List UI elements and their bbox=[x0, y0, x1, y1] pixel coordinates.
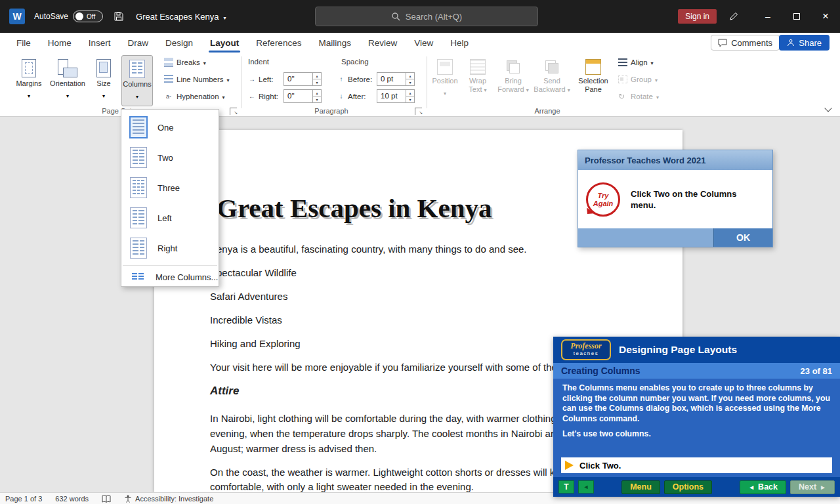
columns-menu-item-left[interactable]: Left bbox=[121, 203, 219, 233]
spin-down-button[interactable] bbox=[313, 96, 321, 102]
doc-line[interactable]: On the coast, the weather is warmer. Lig… bbox=[210, 467, 555, 478]
toggle-knob-icon bbox=[75, 12, 83, 20]
tab-view[interactable]: View bbox=[406, 33, 442, 52]
chevron-down-icon bbox=[656, 93, 659, 100]
maximize-button[interactable] bbox=[782, 0, 811, 33]
comments-button[interactable]: Comments bbox=[711, 35, 780, 51]
word-count[interactable]: 632 words bbox=[55, 495, 89, 503]
doc-line[interactable]: comfortable, with only a light sweater n… bbox=[210, 481, 474, 492]
minimize-button[interactable] bbox=[753, 0, 782, 33]
tab-mailings[interactable]: Mailings bbox=[310, 33, 360, 52]
indent-left-icon: → bbox=[248, 75, 256, 83]
maximize-icon bbox=[793, 13, 800, 20]
spin-down-button[interactable] bbox=[406, 96, 414, 102]
ok-button[interactable]: OK bbox=[713, 228, 772, 247]
indent-right-row: ← Right: 0" bbox=[248, 89, 322, 103]
doc-title-text[interactable]: Great Escapes in Kenya bbox=[217, 192, 492, 224]
tab-design[interactable]: Design bbox=[157, 33, 201, 52]
accessibility-status[interactable]: Accessibility: Investigate bbox=[124, 495, 213, 503]
tab-insert[interactable]: Insert bbox=[80, 33, 119, 52]
menu-button[interactable]: Menu bbox=[621, 480, 660, 494]
search-input[interactable]: Search (Alt+Q) bbox=[315, 7, 538, 26]
spacing-label: Spacing bbox=[341, 58, 369, 66]
lesson-progress: 23 of 81 bbox=[801, 366, 832, 376]
tab-home[interactable]: Home bbox=[39, 33, 80, 52]
tab-references[interactable]: References bbox=[247, 33, 310, 52]
spin-up-button[interactable] bbox=[313, 90, 321, 96]
autosave-toggle[interactable]: Off bbox=[73, 10, 103, 22]
selection-pane-button[interactable]: Selection Pane bbox=[575, 55, 612, 106]
columns-menu-item-right[interactable]: Right bbox=[121, 233, 219, 263]
orientation-button[interactable]: Orientation bbox=[47, 55, 88, 106]
line-numbers-button[interactable]: Line Numbers bbox=[161, 72, 232, 87]
document-title: Great Escapes Kenya bbox=[136, 12, 219, 22]
sign-in-button[interactable]: Sign in bbox=[678, 9, 717, 24]
save-icon[interactable] bbox=[114, 11, 124, 22]
share-button[interactable]: Share bbox=[779, 35, 830, 51]
hyphenation-button[interactable]: Hyphenation bbox=[161, 89, 228, 104]
spin-up-button[interactable] bbox=[406, 90, 414, 96]
collapse-ribbon-icon[interactable] bbox=[824, 104, 831, 112]
indent-left-input[interactable]: 0" bbox=[284, 72, 322, 86]
autosave-control[interactable]: AutoSave Off bbox=[34, 10, 103, 22]
breaks-button[interactable]: Breaks bbox=[161, 55, 209, 70]
doc-line[interactable]: Hiking and Exploring bbox=[210, 338, 301, 349]
audio-button[interactable] bbox=[578, 480, 594, 494]
doc-line[interactable]: Spectacular Wildlife bbox=[210, 267, 297, 278]
align-button[interactable]: Align bbox=[616, 55, 656, 70]
columns-menu-item-one[interactable]: One bbox=[121, 112, 219, 142]
tab-file[interactable]: File bbox=[8, 33, 39, 52]
spacing-before-input[interactable]: 0 pt bbox=[377, 72, 415, 86]
spin-down-button[interactable] bbox=[406, 79, 414, 85]
columns-menu-item-three[interactable]: Three bbox=[121, 173, 219, 203]
size-button[interactable]: Size bbox=[91, 55, 117, 106]
send-backward-icon bbox=[544, 59, 560, 75]
paragraph-dialog-launcher[interactable] bbox=[415, 108, 422, 115]
close-button[interactable] bbox=[811, 0, 840, 33]
tab-review[interactable]: Review bbox=[360, 33, 406, 52]
doc-line[interactable]: evening, when the temperature drops shar… bbox=[210, 428, 559, 439]
doc-line[interactable]: Safari Adventures bbox=[210, 291, 287, 302]
arrange-group-label: Arrange bbox=[462, 107, 633, 115]
tab-draw[interactable]: Draw bbox=[119, 33, 158, 52]
orientation-icon bbox=[58, 59, 77, 77]
doc-line[interactable]: Kenya is a beautiful, fascinating countr… bbox=[210, 243, 527, 255]
position-button: Position bbox=[430, 55, 459, 106]
group-button: Group bbox=[616, 72, 660, 87]
rotate-button: Rotate bbox=[616, 89, 662, 104]
tab-layout[interactable]: Layout bbox=[201, 33, 247, 52]
back-button[interactable]: Back bbox=[740, 480, 786, 494]
wrap-text-icon bbox=[470, 59, 486, 75]
next-button: Next bbox=[790, 480, 835, 494]
one-column-icon bbox=[130, 117, 147, 138]
spacing-after-input[interactable]: 10 pt bbox=[377, 89, 415, 103]
doc-line[interactable]: Incredible Vistas bbox=[210, 314, 282, 326]
doc-line[interactable]: August; warmer dress is advised then. bbox=[210, 443, 377, 454]
more-columns-item[interactable]: More Columns... bbox=[121, 268, 219, 286]
tab-help[interactable]: Help bbox=[442, 33, 477, 52]
indent-right-input[interactable]: 0" bbox=[284, 89, 322, 103]
doc-line[interactable]: Your visit here will be more enjoyable i… bbox=[210, 362, 557, 373]
page-setup-dialog-launcher[interactable] bbox=[230, 108, 237, 115]
doc-heading-attire[interactable]: Attire bbox=[210, 385, 239, 398]
bring-forward-icon bbox=[505, 59, 521, 75]
pen-icon[interactable] bbox=[728, 11, 739, 22]
options-button[interactable]: Options bbox=[664, 480, 712, 494]
document-title-menu[interactable]: Great Escapes Kenya bbox=[136, 12, 226, 22]
proofing-icon[interactable] bbox=[102, 495, 111, 503]
text-mode-button[interactable]: T bbox=[558, 480, 574, 494]
columns-button[interactable]: Columns bbox=[121, 55, 153, 106]
spin-down-button[interactable] bbox=[313, 79, 321, 85]
doc-line[interactable]: In Nairobi, light clothing will be comfo… bbox=[210, 413, 556, 424]
breaks-icon bbox=[164, 58, 173, 67]
spin-up-button[interactable] bbox=[406, 73, 414, 79]
rotate-icon bbox=[618, 92, 627, 101]
spin-up-button[interactable] bbox=[313, 73, 321, 79]
columns-menu-item-two[interactable]: Two bbox=[121, 142, 219, 173]
chevron-down-icon bbox=[651, 58, 654, 66]
size-icon bbox=[96, 59, 111, 77]
page-indicator[interactable]: Page 1 of 3 bbox=[5, 495, 42, 503]
margins-button[interactable]: Margins bbox=[13, 55, 45, 106]
bring-forward-button: Bring Forward bbox=[496, 55, 530, 106]
tutorial-header: Designing Page Layouts bbox=[619, 344, 737, 356]
